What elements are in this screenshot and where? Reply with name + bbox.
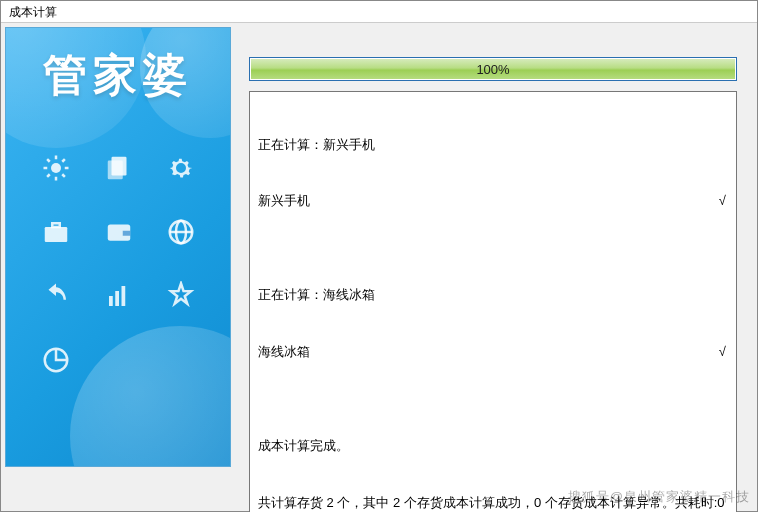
log-line: 正在计算：新兴手机 — [258, 136, 726, 155]
progress-bar: 100% — [249, 57, 737, 81]
svg-rect-18 — [109, 296, 113, 306]
log-line: 成本计算完成。 — [258, 437, 726, 456]
svg-line-5 — [47, 159, 50, 162]
progress-text: 100% — [476, 62, 509, 77]
sidebar: 管家婆 — [5, 27, 231, 467]
pie-icon — [36, 340, 76, 380]
svg-rect-19 — [115, 291, 119, 306]
log-line: 海线冰箱 — [258, 343, 310, 362]
svg-rect-20 — [121, 286, 125, 306]
svg-rect-12 — [52, 223, 60, 227]
wallet-icon — [99, 212, 139, 252]
svg-line-8 — [62, 159, 65, 162]
main-panel: 100% 正在计算：新兴手机 新兴手机√ 正在计算：海线冰箱 海线冰箱√ 成本计… — [239, 27, 753, 512]
globe-icon — [161, 212, 201, 252]
svg-line-7 — [47, 174, 50, 177]
window: 成本计算 管家婆 100% — [0, 0, 758, 512]
sidebar-icons — [36, 148, 210, 380]
log-output: 正在计算：新兴手机 新兴手机√ 正在计算：海线冰箱 海线冰箱√ 成本计算完成。 … — [249, 91, 737, 512]
sun-icon — [36, 148, 76, 188]
log-summary: 共计算存货 2 个，其中 2 个存货成本计算成功，0 个存货成本计算异常。共耗时… — [258, 494, 726, 512]
svg-point-0 — [51, 163, 61, 173]
window-title: 成本计算 — [1, 1, 757, 23]
chart-icon — [99, 276, 139, 316]
briefcase-icon — [36, 212, 76, 252]
gear-icon — [161, 148, 201, 188]
svg-rect-10 — [107, 161, 122, 180]
log-line: 新兴手机 — [258, 192, 310, 211]
check-icon: √ — [719, 343, 726, 362]
svg-rect-14 — [122, 231, 130, 236]
undo-icon — [36, 276, 76, 316]
star-icon — [161, 276, 201, 316]
documents-icon — [99, 148, 139, 188]
content-area: 管家婆 100% 正在计算：新兴手机 新兴手机√ — [1, 23, 757, 512]
check-icon: √ — [719, 192, 726, 211]
svg-rect-11 — [45, 227, 68, 242]
log-line: 正在计算：海线冰箱 — [258, 286, 726, 305]
svg-line-6 — [62, 174, 65, 177]
